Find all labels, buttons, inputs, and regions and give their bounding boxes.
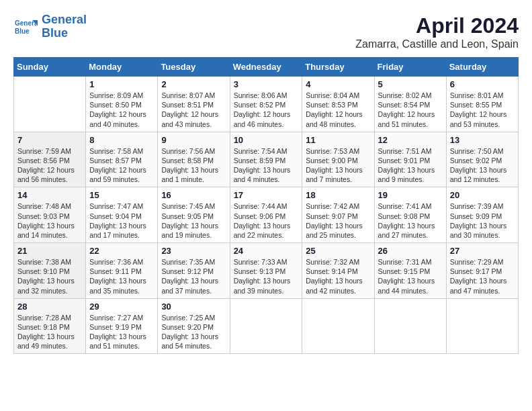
day-info: Sunrise: 7:33 AMSunset: 9:13 PMDaylight:…	[234, 257, 299, 295]
day-info: Sunrise: 7:36 AMSunset: 9:11 PMDaylight:…	[89, 257, 154, 295]
day-number: 8	[89, 135, 154, 145]
calendar-week-row: 14Sunrise: 7:48 AMSunset: 9:03 PMDayligh…	[14, 187, 519, 243]
calendar-cell	[230, 298, 302, 354]
calendar-cell: 3Sunrise: 8:06 AMSunset: 8:52 PMDaylight…	[230, 77, 302, 132]
day-number: 10	[234, 135, 299, 145]
day-info: Sunrise: 7:53 AMSunset: 9:00 PMDaylight:…	[306, 146, 370, 185]
calendar-table: SundayMondayTuesdayWednesdayThursdayFrid…	[13, 57, 519, 354]
day-info: Sunrise: 7:58 AMSunset: 8:57 PMDaylight:…	[89, 146, 154, 185]
page-header: General Blue General Blue April 2024 Zam…	[13, 13, 519, 50]
day-number: 23	[161, 246, 226, 256]
calendar-cell: 19Sunrise: 7:41 AMSunset: 9:08 PMDayligh…	[374, 187, 446, 243]
day-info: Sunrise: 8:09 AMSunset: 8:50 PMDaylight:…	[89, 91, 154, 129]
calendar-cell: 17Sunrise: 7:44 AMSunset: 9:06 PMDayligh…	[230, 187, 302, 243]
day-info: Sunrise: 7:38 AMSunset: 9:10 PMDaylight:…	[17, 257, 82, 295]
day-info: Sunrise: 7:59 AMSunset: 8:56 PMDaylight:…	[17, 146, 82, 185]
logo-text: General Blue	[42, 13, 87, 40]
day-number: 21	[17, 246, 82, 256]
day-number: 22	[89, 246, 154, 256]
calendar-cell: 23Sunrise: 7:35 AMSunset: 9:12 PMDayligh…	[158, 243, 230, 299]
calendar-cell: 7Sunrise: 7:59 AMSunset: 8:56 PMDaylight…	[14, 132, 86, 187]
day-info: Sunrise: 8:06 AMSunset: 8:52 PMDaylight:…	[234, 91, 299, 129]
svg-rect-0	[13, 15, 38, 39]
calendar-cell: 10Sunrise: 7:54 AMSunset: 8:59 PMDayligh…	[230, 132, 302, 187]
day-number: 13	[450, 135, 515, 145]
day-info: Sunrise: 7:48 AMSunset: 9:03 PMDaylight:…	[17, 201, 82, 240]
calendar-week-row: 21Sunrise: 7:38 AMSunset: 9:10 PMDayligh…	[14, 243, 519, 299]
calendar-cell: 20Sunrise: 7:39 AMSunset: 9:09 PMDayligh…	[446, 187, 518, 243]
day-number: 20	[450, 190, 515, 200]
day-info: Sunrise: 7:39 AMSunset: 9:09 PMDaylight:…	[450, 201, 515, 240]
calendar-cell: 14Sunrise: 7:48 AMSunset: 9:03 PMDayligh…	[14, 187, 86, 243]
day-info: Sunrise: 8:04 AMSunset: 8:53 PMDaylight:…	[306, 91, 370, 129]
weekday-header: Friday	[374, 58, 446, 77]
day-number: 29	[89, 302, 154, 312]
day-number: 9	[161, 135, 226, 145]
calendar-cell: 27Sunrise: 7:29 AMSunset: 9:17 PMDayligh…	[446, 243, 518, 299]
calendar-cell: 1Sunrise: 8:09 AMSunset: 8:50 PMDaylight…	[86, 77, 158, 132]
day-info: Sunrise: 7:41 AMSunset: 9:08 PMDaylight:…	[378, 201, 443, 240]
logo: General Blue General Blue	[13, 13, 87, 40]
calendar-cell: 2Sunrise: 8:07 AMSunset: 8:51 PMDaylight…	[158, 77, 230, 132]
day-number: 26	[378, 246, 443, 256]
calendar-cell: 21Sunrise: 7:38 AMSunset: 9:10 PMDayligh…	[14, 243, 86, 299]
day-info: Sunrise: 7:29 AMSunset: 9:17 PMDaylight:…	[450, 257, 515, 295]
day-number: 6	[450, 79, 515, 89]
day-info: Sunrise: 7:56 AMSunset: 8:58 PMDaylight:…	[161, 146, 226, 185]
day-info: Sunrise: 8:02 AMSunset: 8:54 PMDaylight:…	[378, 91, 443, 129]
calendar-cell: 6Sunrise: 8:01 AMSunset: 8:55 PMDaylight…	[446, 77, 518, 132]
day-number: 30	[161, 302, 226, 312]
day-number: 12	[378, 135, 443, 145]
calendar-cell: 12Sunrise: 7:51 AMSunset: 9:01 PMDayligh…	[374, 132, 446, 187]
day-number: 24	[234, 246, 299, 256]
day-number: 2	[161, 79, 226, 89]
page-subtitle: Zamarra, Castille and Leon, Spain	[355, 38, 519, 50]
weekday-header-row: SundayMondayTuesdayWednesdayThursdayFrid…	[14, 58, 519, 77]
calendar-cell	[374, 298, 446, 354]
day-number: 19	[378, 190, 443, 200]
calendar-cell: 15Sunrise: 7:47 AMSunset: 9:04 PMDayligh…	[86, 187, 158, 243]
day-info: Sunrise: 7:28 AMSunset: 9:18 PMDaylight:…	[17, 313, 82, 351]
day-number: 27	[450, 246, 515, 256]
calendar-cell: 9Sunrise: 7:56 AMSunset: 8:58 PMDaylight…	[158, 132, 230, 187]
day-number: 25	[306, 246, 370, 256]
day-number: 16	[161, 190, 226, 200]
day-info: Sunrise: 7:54 AMSunset: 8:59 PMDaylight:…	[234, 146, 299, 185]
day-info: Sunrise: 7:44 AMSunset: 9:06 PMDaylight:…	[234, 201, 299, 240]
day-number: 18	[306, 190, 370, 200]
calendar-cell: 25Sunrise: 7:32 AMSunset: 9:14 PMDayligh…	[302, 243, 374, 299]
day-info: Sunrise: 7:35 AMSunset: 9:12 PMDaylight:…	[161, 257, 226, 295]
day-number: 11	[306, 135, 370, 145]
title-block: April 2024 Zamarra, Castille and Leon, S…	[355, 13, 519, 50]
calendar-cell: 24Sunrise: 7:33 AMSunset: 9:13 PMDayligh…	[230, 243, 302, 299]
weekday-header: Thursday	[302, 58, 374, 77]
logo-icon: General Blue	[13, 15, 38, 39]
day-number: 5	[378, 79, 443, 89]
calendar-cell	[302, 298, 374, 354]
day-number: 7	[17, 135, 82, 145]
day-number: 4	[306, 79, 370, 89]
page-title: April 2024	[355, 13, 519, 38]
calendar-cell	[14, 77, 86, 132]
calendar-cell: 5Sunrise: 8:02 AMSunset: 8:54 PMDaylight…	[374, 77, 446, 132]
day-info: Sunrise: 7:27 AMSunset: 9:19 PMDaylight:…	[89, 313, 154, 351]
svg-text:Blue: Blue	[15, 28, 30, 35]
calendar-cell	[446, 298, 518, 354]
day-info: Sunrise: 7:47 AMSunset: 9:04 PMDaylight:…	[89, 201, 154, 240]
day-number: 15	[89, 190, 154, 200]
calendar-cell: 28Sunrise: 7:28 AMSunset: 9:18 PMDayligh…	[14, 298, 86, 354]
weekday-header: Sunday	[14, 58, 86, 77]
day-info: Sunrise: 7:51 AMSunset: 9:01 PMDaylight:…	[378, 146, 443, 185]
day-number: 1	[89, 79, 154, 89]
day-info: Sunrise: 7:50 AMSunset: 9:02 PMDaylight:…	[450, 146, 515, 185]
weekday-header: Saturday	[446, 58, 518, 77]
calendar-cell: 22Sunrise: 7:36 AMSunset: 9:11 PMDayligh…	[86, 243, 158, 299]
calendar-cell: 18Sunrise: 7:42 AMSunset: 9:07 PMDayligh…	[302, 187, 374, 243]
calendar-cell: 16Sunrise: 7:45 AMSunset: 9:05 PMDayligh…	[158, 187, 230, 243]
calendar-cell: 11Sunrise: 7:53 AMSunset: 9:00 PMDayligh…	[302, 132, 374, 187]
day-info: Sunrise: 7:42 AMSunset: 9:07 PMDaylight:…	[306, 201, 370, 240]
calendar-week-row: 1Sunrise: 8:09 AMSunset: 8:50 PMDaylight…	[14, 77, 519, 132]
day-number: 3	[234, 79, 299, 89]
day-number: 17	[234, 190, 299, 200]
calendar-cell: 13Sunrise: 7:50 AMSunset: 9:02 PMDayligh…	[446, 132, 518, 187]
